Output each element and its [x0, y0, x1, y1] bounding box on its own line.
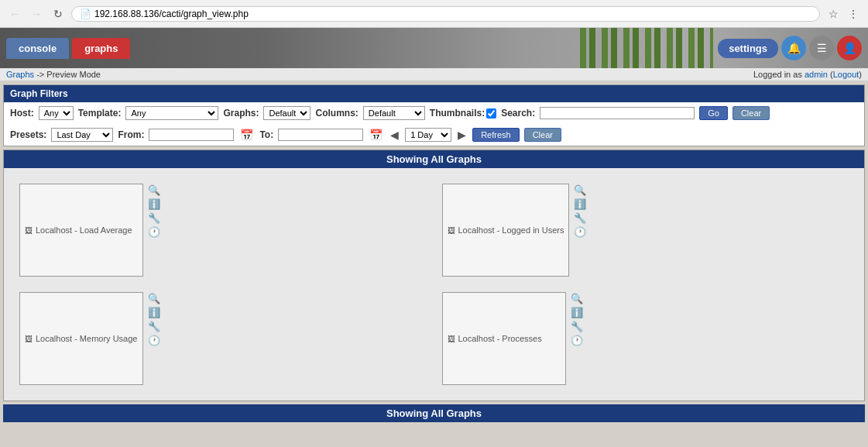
settings-button[interactable]: settings — [718, 39, 778, 58]
star-button[interactable]: ☆ — [825, 5, 842, 22]
from-calendar-button[interactable]: 📅 — [238, 129, 255, 141]
header-right: settings 🔔 ☰ 👤 — [718, 36, 862, 60]
graph-image-1[interactable]: Localhost - Load Average — [19, 184, 143, 277]
zoom-icon-1[interactable]: 🔍 — [148, 184, 160, 196]
user-button[interactable]: 👤 — [837, 36, 862, 60]
page-icon: 📄 — [80, 9, 91, 19]
clear-button-2[interactable]: Clear — [524, 128, 561, 142]
graphs-grid: Localhost - Load Average 🔍 ℹ️ 🔧 🕐 Localh… — [4, 168, 864, 401]
clear-button-1[interactable]: Clear — [732, 106, 770, 120]
graph-icons-3: 🔍 ℹ️ 🔧 🕐 — [148, 292, 160, 346]
address-bar: 📄 192.168.88.136/cacti/graph_view.php — [71, 6, 820, 22]
search-label: Search: — [501, 108, 535, 119]
graph-icons-2: 🔍 ℹ️ 🔧 🕐 — [574, 184, 586, 238]
refresh-button[interactable]: Refresh — [472, 128, 520, 142]
wrench-icon-3[interactable]: 🔧 — [148, 320, 160, 332]
to-calendar-button[interactable]: 📅 — [368, 129, 384, 141]
graph-image-4[interactable]: Localhost - Processes — [442, 292, 566, 385]
info-icon-2[interactable]: ℹ️ — [574, 198, 586, 210]
login-user-link[interactable]: admin — [805, 70, 828, 79]
next-timespan-button[interactable]: ▶ — [456, 129, 468, 141]
info-icon-3[interactable]: ℹ️ — [148, 306, 160, 318]
graph-icons-1: 🔍 ℹ️ 🔧 🕐 — [148, 184, 160, 238]
from-input[interactable]: 2015-11-20 12:54 — [149, 129, 234, 141]
timespan-select[interactable]: 1 Day — [405, 128, 451, 142]
graph-icons-4: 🔍 ℹ️ 🔧 🕐 — [571, 292, 583, 346]
graph-image-2[interactable]: Localhost - Logged in Users — [442, 184, 570, 277]
zoom-icon-4[interactable]: 🔍 — [571, 292, 583, 304]
zoom-icon-3[interactable]: 🔍 — [148, 292, 160, 304]
menu-button[interactable]: ⋮ — [845, 5, 862, 22]
bell-button[interactable]: 🔔 — [781, 36, 806, 60]
columns-select[interactable]: Default — [363, 106, 425, 120]
columns-label: Columns: — [315, 108, 358, 119]
graph-cell-1: Localhost - Load Average 🔍 ℹ️ 🔧 🕐 — [12, 176, 434, 284]
browser-action-buttons: ☆ ⋮ — [825, 5, 862, 22]
host-select[interactable]: Any — [39, 106, 74, 120]
template-label: Template: — [78, 108, 122, 119]
graph-title-2: Localhost - Logged in Users — [458, 225, 564, 235]
info-icon-1[interactable]: ℹ️ — [148, 198, 160, 210]
console-tab[interactable]: console — [6, 38, 69, 59]
clock-icon-4[interactable]: 🕐 — [571, 334, 583, 346]
login-info: Logged in as admin (Logout) — [753, 70, 862, 79]
url-text: 192.168.88.136/cacti/graph_view.php — [94, 9, 811, 19]
graphs-label: Graphs: — [223, 108, 259, 119]
browser-chrome: ← → ↻ 📄 192.168.88.136/cacti/graph_view.… — [0, 0, 868, 28]
graphs-breadcrumb-link[interactable]: Graphs — [6, 70, 34, 79]
filter-row-1: Host: Any Template: Any Graphs: Default … — [4, 102, 864, 124]
graph-title-1: Localhost - Load Average — [36, 225, 132, 235]
filter-title: Graph Filters — [4, 85, 864, 102]
clock-icon-2[interactable]: 🕐 — [574, 225, 586, 238]
main-content: Showing All Graphs Localhost - Load Aver… — [3, 150, 865, 401]
presets-label: Presets: — [10, 129, 46, 140]
graph-cell-4: Localhost - Processes 🔍 ℹ️ 🔧 🕐 — [434, 284, 857, 393]
host-label: Host: — [10, 108, 34, 119]
graph-cell-2: Localhost - Logged in Users 🔍 ℹ️ 🔧 🕐 — [434, 176, 857, 284]
thumbnails-checkbox[interactable] — [486, 108, 496, 119]
graphs-select[interactable]: Default — [263, 106, 310, 120]
wrench-icon-4[interactable]: 🔧 — [571, 320, 583, 332]
graph-title-4: Localhost - Processes — [458, 334, 542, 343]
filter-panel: Graph Filters Host: Any Template: Any Gr… — [3, 84, 865, 146]
logout-link[interactable]: Logout — [833, 70, 859, 79]
thumbnails-label: Thumbnails: — [430, 108, 496, 119]
app-header: console graphs settings 🔔 ☰ 👤 — [0, 28, 868, 68]
graph-image-3[interactable]: Localhost - Memory Usage — [19, 292, 143, 385]
to-input[interactable]: 2015-11-21 12:54 — [278, 129, 363, 141]
zoom-icon-2[interactable]: 🔍 — [574, 184, 586, 196]
reload-button[interactable]: ↻ — [50, 5, 67, 22]
go-button[interactable]: Go — [699, 106, 728, 120]
from-label: From: — [118, 129, 144, 140]
wrench-icon-1[interactable]: 🔧 — [148, 211, 160, 224]
template-select[interactable]: Any — [125, 106, 218, 120]
content-header: Showing All Graphs — [4, 150, 864, 168]
breadcrumb-arrow: -> — [36, 70, 44, 79]
graph-cell-3: Localhost - Memory Usage 🔍 ℹ️ 🔧 🕐 — [12, 284, 434, 393]
breadcrumb-current: Preview Mode — [46, 70, 101, 79]
forward-button[interactable]: → — [28, 5, 45, 22]
wrench-icon-2[interactable]: 🔧 — [574, 211, 586, 224]
menu-icon-button[interactable]: ☰ — [809, 36, 834, 60]
info-icon-4[interactable]: ℹ️ — [571, 306, 583, 318]
breadcrumb: Graphs -> Preview Mode — [6, 70, 101, 79]
content-footer: Showing All Graphs — [3, 404, 865, 422]
back-button[interactable]: ← — [6, 5, 23, 22]
presets-select[interactable]: Last Day — [51, 128, 113, 142]
search-input[interactable] — [540, 107, 695, 119]
to-label: To: — [259, 129, 273, 140]
clock-icon-1[interactable]: 🕐 — [148, 225, 160, 238]
login-text: Logged in as — [753, 70, 802, 79]
filter-row-2: Presets: Last Day From: 2015-11-20 12:54… — [4, 124, 864, 146]
breadcrumb-bar: Graphs -> Preview Mode Logged in as admi… — [0, 68, 868, 81]
clock-icon-3[interactable]: 🕐 — [148, 334, 160, 346]
prev-timespan-button[interactable]: ◀ — [389, 129, 400, 141]
graphs-tab[interactable]: graphs — [72, 38, 130, 59]
graph-title-3: Localhost - Memory Usage — [36, 334, 137, 343]
